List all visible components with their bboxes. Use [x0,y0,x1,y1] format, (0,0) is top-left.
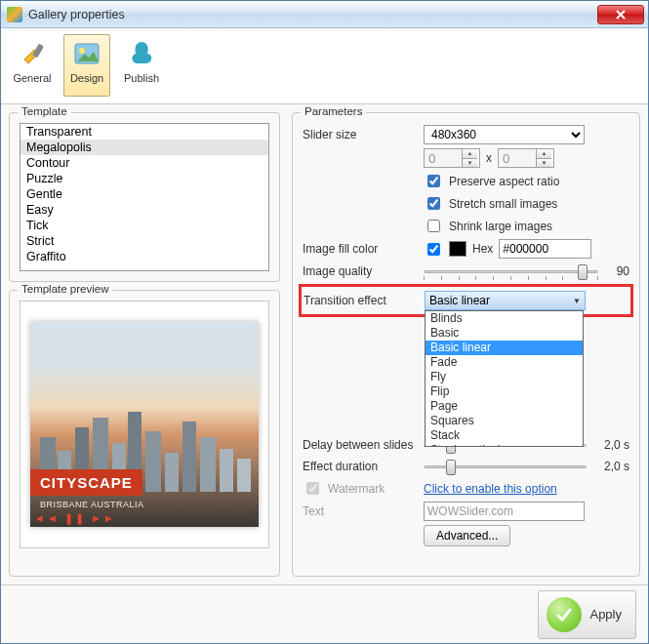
row-advanced: Advanced... [303,523,629,548]
watermark-input[interactable] [306,482,319,495]
ribbon-general[interactable]: General [9,34,56,97]
shrink-large-input[interactable] [427,220,440,232]
template-item[interactable]: Graffito [20,249,268,264]
width-input[interactable] [425,149,462,167]
svg-rect-10 [165,453,179,492]
ribbon-label: General [13,72,51,84]
preview-subcaption: BRISBANE AUSTRALIA [40,500,144,509]
preserve-aspect-checkbox[interactable]: Preserve aspect ratio [424,172,559,190]
template-item[interactable]: Gentle [20,186,268,202]
ribbon-publish[interactable]: Publish [118,34,165,97]
row-slider-size: Slider size 480x360 [303,123,629,146]
delay-value: 2,0 s [596,438,629,452]
label-transition: Transition effect [304,294,421,307]
x-label: x [486,151,492,165]
ribbon-label: Design [70,72,103,84]
template-list[interactable]: Transparent Megalopolis Contour Puzzle G… [20,123,269,271]
shrink-large-checkbox[interactable]: Shrink large images [424,217,552,235]
template-group: Template Transparent Megalopolis Contour… [9,112,280,282]
transition-option[interactable]: Stack vertical [426,443,583,447]
footer: Apply [1,584,648,643]
template-item[interactable]: Tick [20,218,268,233]
chevron-down-icon: ▼ [573,297,581,305]
template-item[interactable]: Transparent [20,124,268,140]
quality-slider[interactable] [424,262,598,280]
close-icon [615,10,627,20]
watermark-enable-link[interactable]: Click to enable this option [424,482,557,496]
template-item[interactable]: Puzzle [20,171,268,186]
label-duration: Effect duration [303,460,420,473]
label-text: Text [303,504,420,518]
transition-option[interactable]: Fade [426,355,583,370]
quality-value: 90 [608,264,629,278]
label-slider-size: Slider size [303,128,420,141]
duration-value: 2,0 s [596,460,629,473]
stretch-small-label: Stretch small images [449,197,557,211]
parameters-group-title: Parameters [301,105,366,117]
height-spinner[interactable]: ▲▼ [498,148,554,168]
close-button[interactable] [597,5,644,24]
preserve-aspect-label: Preserve aspect ratio [449,175,559,188]
duration-slider[interactable] [424,458,587,475]
svg-rect-12 [200,437,216,492]
transition-option[interactable]: Squares [426,414,583,428]
height-input[interactable] [499,149,536,167]
spin-up-icon[interactable]: ▲ [462,149,477,158]
transition-combobox[interactable]: Basic linear ▼ Blinds Basic Basic linear… [425,291,586,310]
row-text: Text [303,500,629,523]
template-item[interactable]: Megalopolis [20,140,268,155]
fill-enabled-checkbox[interactable] [427,243,440,256]
row-fill-color: Image fill color Hex [303,237,629,261]
watermark-text-input[interactable] [424,502,585,521]
hex-label: Hex [472,242,493,256]
label-fill-color: Image fill color [303,242,420,256]
template-item[interactable]: Easy [20,202,268,218]
transition-option[interactable]: Blinds [426,311,583,326]
transition-option[interactable]: Stack [426,428,583,443]
spin-down-icon[interactable]: ▼ [536,158,551,168]
preserve-aspect-input[interactable] [427,175,440,187]
transition-option[interactable]: Flip [426,384,583,399]
advanced-button-label: Advanced... [436,529,498,543]
preview-controls: ◄◄ ❚❚ ►► [34,512,116,525]
body: Template Transparent Megalopolis Contour… [1,104,648,584]
spin-up-icon[interactable]: ▲ [536,149,551,158]
stretch-small-input[interactable] [427,197,440,210]
spin-down-icon[interactable]: ▼ [462,158,477,168]
slider-thumb[interactable] [446,460,456,475]
transition-option[interactable]: Basic [426,326,583,341]
slider-thumb[interactable] [578,264,588,280]
template-item[interactable]: Strict [20,233,268,249]
svg-rect-14 [237,459,251,492]
svg-point-2 [79,48,85,54]
row-duration: Effect duration 2,0 s [303,456,629,477]
apply-label: Apply [589,607,622,622]
hex-input[interactable] [499,239,591,259]
transition-option[interactable]: Basic linear [426,341,583,355]
window: Gallery properties General Design Publis… [0,0,649,644]
ribbon-design[interactable]: Design [63,34,110,97]
transition-combo-display[interactable]: Basic linear ▼ [425,291,586,310]
titlebar: Gallery properties [1,1,648,28]
watermark-checkbox[interactable]: Watermark [303,479,420,498]
width-spinner[interactable]: ▲▼ [424,148,480,168]
stretch-small-checkbox[interactable]: Stretch small images [424,194,557,213]
tools-icon [16,37,49,70]
preview-image: CITYSCAPE BRISBANE AUSTRALIA ◄◄ ❚❚ ►► [30,322,259,527]
ribbon-label: Publish [124,72,159,84]
template-group-title: Template [18,105,71,117]
transition-dropdown-list[interactable]: Blinds Basic Basic linear Fade Fly Flip … [425,310,584,447]
advanced-button[interactable]: Advanced... [424,525,510,546]
preview-group: Template preview [9,290,280,577]
template-item[interactable]: Contour [20,155,268,171]
shrink-large-label: Shrink large images [449,220,552,233]
slider-size-select[interactable]: 480x360 [424,125,585,144]
window-title: Gallery properties [28,8,597,21]
transition-option[interactable]: Page [426,399,583,414]
ribbon: General Design Publish [1,28,648,104]
transition-option[interactable]: Fly [426,370,583,384]
label-quality: Image quality [303,264,420,278]
svg-rect-13 [220,449,233,492]
color-swatch[interactable] [449,241,466,257]
apply-button[interactable]: Apply [538,590,636,639]
